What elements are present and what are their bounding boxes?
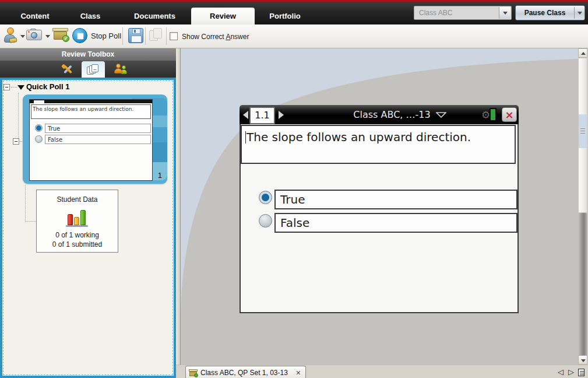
app-window: Content Class Documents Review Portfolio… [0, 0, 588, 378]
answer-option-true: True [241, 190, 520, 209]
page-back-arrow-icon[interactable] [243, 111, 248, 119]
page-forward-arrow-icon[interactable] [279, 111, 284, 119]
handheld-title: Class ABC, …-13 [353, 109, 430, 120]
quick-poll-icon [189, 369, 198, 377]
wrench-icon [62, 64, 73, 75]
radio-unselected-icon[interactable] [259, 214, 272, 228]
handheld-screen: The slope follows an upward direction. T… [240, 124, 519, 313]
triangle-up-icon [581, 52, 586, 55]
toolbar-divider [166, 27, 167, 45]
mini-answer-label: False [45, 135, 151, 144]
tab-documents[interactable]: Documents [124, 8, 185, 24]
tree-connector [18, 93, 19, 142]
pause-class-button[interactable]: Pause Class [515, 5, 585, 20]
mini-screen: The slope follows an upward direction. T… [29, 99, 153, 181]
page-thumbnail-selected[interactable]: The slope follows an upward direction. T… [23, 94, 167, 184]
stop-poll-button[interactable] [72, 28, 87, 43]
student-data-submitted: 0 of 1 submitted [37, 240, 118, 249]
handheld-header: 1.1 Class ABC, …-13 ⚙ × [240, 105, 519, 124]
save-button[interactable] [128, 28, 143, 43]
save-icon [131, 36, 142, 43]
pages-icon [153, 28, 162, 38]
scroll-up-button[interactable] [578, 48, 587, 58]
quick-poll-button[interactable]: ✓ [52, 27, 68, 41]
radio-selected-icon[interactable] [259, 191, 272, 204]
answer-option-false: False [241, 213, 520, 233]
vertical-scrollbar [578, 48, 587, 365]
mini-answer-label: True [45, 124, 151, 133]
page-nav-prev-icon[interactable]: ◁ [558, 368, 564, 376]
student-actions-button[interactable] [3, 27, 19, 44]
pages-icon [87, 64, 100, 75]
chevron-down-icon [578, 12, 582, 15]
student-data-working: 0 of 1 working [37, 231, 118, 239]
stop-poll-icon [78, 33, 83, 39]
toolbox-tab-page-sorter[interactable] [82, 61, 105, 78]
page-list-icon[interactable] [578, 369, 585, 376]
document-tab-label: Class ABC, QP Set 1, 03-13 [200, 369, 288, 377]
mini-question-text: The slope follows an upward direction. [31, 104, 151, 119]
mini-screen-header [30, 100, 152, 103]
document-tab[interactable]: Class ABC, QP Set 1, 03-13 × [185, 366, 306, 378]
tree-root-label[interactable]: Quick Poll 1 [26, 82, 69, 91]
tree-branch-expander[interactable] [13, 138, 19, 145]
scroll-down-button[interactable] [578, 355, 587, 365]
scrollbar-grip-icon [580, 128, 585, 134]
toolbox-tab-tools[interactable] [56, 61, 79, 78]
page-tab[interactable]: 1.1 [249, 107, 275, 124]
handheld-title-area[interactable]: Class ABC, …-13 [327, 105, 473, 124]
review-toolbox-title: Review Toolbox [0, 48, 176, 61]
tab-class[interactable]: Class [67, 8, 114, 24]
save-icon [134, 30, 136, 33]
name-tag-icon [9, 37, 17, 43]
student-data-title: Student Data [37, 195, 118, 204]
review-toolbox-tab-strip [0, 61, 176, 78]
camera-light-icon [28, 31, 30, 33]
tree-root-expander[interactable] [3, 84, 10, 90]
tree-connector [25, 221, 37, 222]
system-status: ⚙ [481, 107, 500, 123]
document-tab-close-icon[interactable]: × [296, 369, 301, 377]
text-caret [245, 131, 246, 144]
tab-content[interactable]: Content [12, 8, 58, 24]
tab-portfolio[interactable]: Portfolio [258, 8, 312, 24]
mini-page-tab [34, 100, 44, 103]
scrollbar-thumb[interactable] [578, 58, 587, 213]
people-icon [114, 64, 127, 75]
student-data-card[interactable]: Student Data 0 of 1 working 0 of 1 submi… [36, 190, 118, 253]
show-correct-answer-label[interactable]: Show Correct Answer [182, 33, 249, 41]
radio-unselected-icon [35, 135, 43, 143]
answer-label-true[interactable]: True [274, 190, 517, 209]
toolbox-tab-students[interactable] [108, 61, 132, 78]
class-selector-value: Class ABC [419, 6, 452, 19]
scrollbar-track[interactable] [578, 213, 587, 355]
panel-splitter[interactable] [176, 48, 181, 365]
answer-label-false[interactable]: False [274, 213, 517, 233]
document-tab-bar: Class ABC, QP Set 1, 03-13 × ◁ ▷ [176, 365, 588, 378]
tab-review[interactable]: Review [191, 8, 255, 24]
check-badge-icon: ✓ [62, 35, 69, 42]
page-nav-next-icon[interactable]: ▷ [568, 368, 574, 376]
page-number-badge: 1 [158, 171, 162, 180]
gear-icon: ⚙ [481, 109, 490, 121]
class-selector-dropdown-button[interactable] [499, 7, 510, 19]
close-icon: × [505, 108, 513, 121]
battery-icon [490, 108, 497, 121]
button-divider [574, 7, 575, 19]
caret-down-icon[interactable] [17, 85, 24, 90]
screenshot-button[interactable] [26, 29, 42, 40]
question-box: The slope follows an upward direction. [241, 125, 516, 164]
class-selector[interactable]: Class ABC [414, 6, 512, 20]
chevron-down-icon[interactable] [45, 35, 50, 38]
chevron-down-icon[interactable] [20, 35, 25, 38]
question-text: The slope follows an upward direction. [247, 130, 471, 144]
triangle-down-icon [581, 359, 586, 362]
chevron-down-icon [436, 112, 446, 118]
copy-pages-button-disabled [148, 28, 164, 43]
toolbar-divider [122, 27, 123, 45]
radio-selected-icon [35, 124, 43, 132]
toolbar [0, 24, 588, 48]
close-document-button[interactable]: × [502, 107, 517, 122]
show-correct-answer-checkbox[interactable] [170, 32, 178, 40]
stop-poll-label[interactable]: Stop Poll [91, 32, 121, 40]
